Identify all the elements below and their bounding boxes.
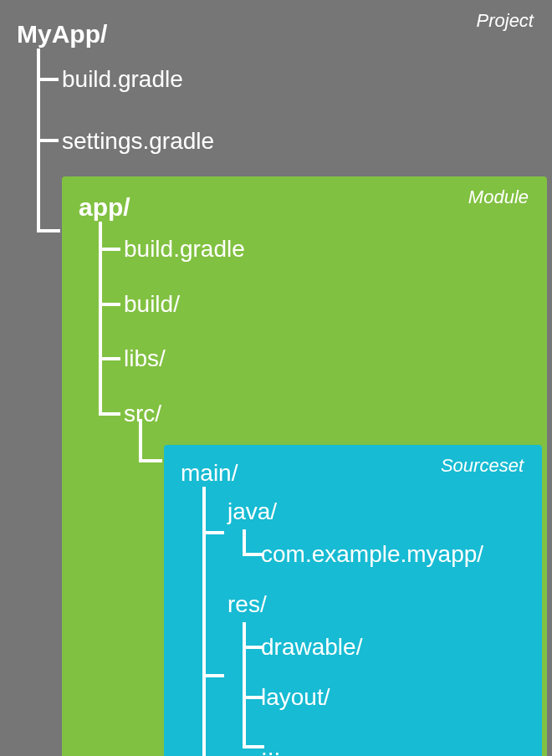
- tree-item: ...: [227, 723, 527, 756]
- tree-item: libs/: [84, 331, 542, 386]
- tree-connector-h: [37, 229, 60, 232]
- project-panel: Project MyApp/ build.gradle settings.gra…: [0, 0, 552, 756]
- tree-connector-h: [139, 459, 162, 462]
- folder-libs: libs/: [124, 331, 166, 386]
- sourceset-tree: java/ com.example.myapp/ res/ drawable/: [187, 487, 527, 756]
- folder-src: src/: [124, 386, 161, 442]
- tree-item: settings.gradle: [22, 110, 547, 172]
- folder-package: com.example.myapp/: [261, 529, 483, 580]
- file-build-gradle: build.gradle: [62, 49, 183, 110]
- tree-item: build.gradle: [84, 222, 542, 277]
- tree-item: java/ com.example.myapp/: [187, 487, 527, 580]
- res-subtree: drawable/ layout/ ...: [227, 622, 527, 756]
- tree-item: layout/: [227, 672, 527, 723]
- tree-item: src/: [84, 386, 542, 442]
- project-root: MyApp/: [5, 5, 547, 49]
- tree-connector: [139, 419, 142, 461]
- tree-item: build/: [84, 277, 542, 332]
- project-label: Project: [477, 10, 534, 32]
- folder-drawable: drawable/: [261, 622, 362, 672]
- sourceset-label: Sourceset: [441, 455, 524, 477]
- folder-more: ...: [261, 723, 280, 756]
- tree-item: res/ drawable/ layout/ ...: [187, 580, 527, 756]
- java-subtree: com.example.myapp/: [227, 529, 527, 580]
- folder-build: build/: [124, 277, 180, 332]
- file-app-build-gradle: build.gradle: [124, 222, 245, 277]
- module-panel: Module app/ build.gradle build/ libs/ sr…: [62, 176, 547, 756]
- project-tree: build.gradle settings.gradle: [22, 49, 547, 171]
- tree-item: build.gradle: [22, 49, 547, 110]
- folder-layout: layout/: [261, 672, 330, 723]
- tree-item: drawable/: [227, 622, 527, 672]
- sourceset-panel: Sourceset main/ java/ com.example.myapp/…: [164, 445, 542, 756]
- file-settings-gradle: settings.gradle: [62, 110, 214, 172]
- module-label: Module: [468, 186, 529, 208]
- module-tree: build.gradle build/ libs/ src/: [84, 222, 542, 441]
- tree-item: com.example.myapp/: [227, 529, 527, 580]
